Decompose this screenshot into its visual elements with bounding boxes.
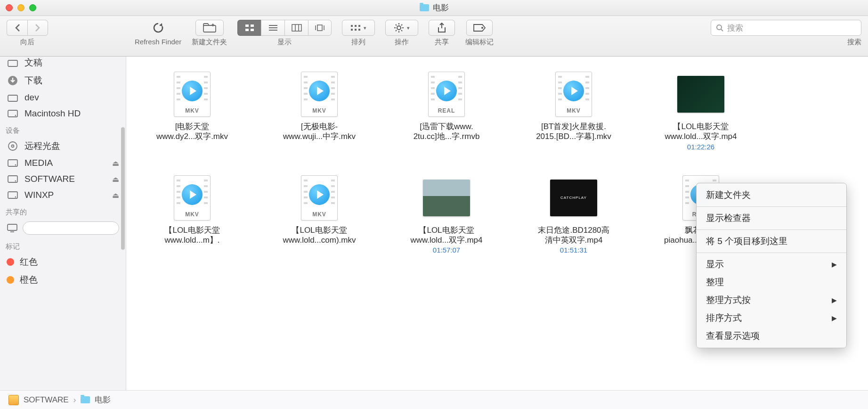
svg-rect-17 [351,29,353,31]
tag-dot-icon [7,276,14,284]
file-item[interactable]: 【LOL电影天堂www.lold...双字.mp401:57:07 [399,174,494,254]
path-drive[interactable]: SOFTWARE [24,395,69,405]
svg-point-40 [15,164,16,166]
file-item[interactable]: MKV[电影天堂www.dy2...双字.mkv [145,71,239,151]
sidebar-item-label: MEDIA [24,158,53,168]
file-item[interactable]: REAL[迅雷下载www.2tu.cc]地...字.rmvb [399,71,494,151]
view-list-button[interactable] [261,20,284,36]
svg-point-29 [481,27,483,29]
svg-rect-39 [8,160,17,166]
svg-rect-1 [245,25,249,27]
context-menu-separator [697,229,846,230]
svg-line-31 [721,29,723,31]
sidebar-item[interactable]: 下载 [0,72,126,90]
file-name: 【LOL电影天堂www.lold...双字.mp4 [665,122,737,142]
arrange-button[interactable]: ▾ [342,20,375,36]
file-item[interactable]: MKV【LOL电影天堂www.lold...m】. [145,174,239,254]
toolbar: 向后 Refresh Finder 新建文件夹 显示 [0,16,868,57]
path-separator: › [73,395,76,405]
sidebar-item-label: 橙色 [20,274,38,286]
eject-icon[interactable]: ⏏ [112,175,119,184]
svg-rect-43 [8,192,17,198]
file-item[interactable]: CATCHPLAY末日危途.BD1280高清中英双字.mp401:51:31 [527,174,621,254]
context-menu-item[interactable]: 查看显示选项 [697,327,846,345]
sidebar-shared-item[interactable] [0,219,126,237]
view-columns-button[interactable] [284,20,308,36]
new-folder-button[interactable] [195,20,224,36]
svg-point-37 [8,142,17,150]
context-menu-item[interactable]: 将 5 个项目移到这里 [697,232,846,250]
svg-point-44 [15,196,16,198]
context-menu-item[interactable]: 整理方式按▶ [697,291,846,309]
sidebar-item-label: 下载 [24,74,42,87]
file-thumbnail: CATCHPLAY [550,174,597,221]
file-item[interactable]: MKV[无极电影-www.wuji...中字.mkv [272,71,366,151]
chevron-right-icon: ▶ [832,261,837,268]
zoom-window-button[interactable] [29,4,36,11]
share-button[interactable] [429,20,455,36]
content-area[interactable]: MKV[电影天堂www.dy2...双字.mkvMKV[无极电影-www.wuj… [126,57,868,390]
sidebar-device[interactable]: 远程光盘 [0,137,126,155]
file-item[interactable]: MKV[BT首发]火星救援.2015.[BD...字幕].mkv [527,71,621,151]
context-menu-label: 整理方式按 [706,294,751,306]
view-group: 显示 [237,20,332,47]
context-menu-item[interactable]: 显示检查器 [697,209,846,227]
window-title: 电影 [420,2,449,13]
view-label: 显示 [277,38,292,47]
search-label: 搜索 [847,38,861,47]
eject-icon[interactable]: ⏏ [112,191,119,200]
view-coverflow-button[interactable] [308,20,332,36]
hdd-icon [7,174,19,184]
svg-rect-0 [203,25,216,32]
back-button[interactable] [7,20,27,36]
sidebar-devices-header: 设备 [0,122,126,137]
sidebar-item-label: Macintosh HD [24,108,81,119]
forward-button[interactable] [27,20,48,36]
context-menu-item[interactable]: 新建文件夹 [697,186,846,204]
refresh-button[interactable] [145,20,171,36]
path-bar: SOFTWARE › 电影 [0,390,868,409]
edit-tags-button[interactable] [466,20,493,36]
shared-name-field[interactable] [23,221,119,235]
view-icons-button[interactable] [237,20,261,36]
sidebar-item[interactable]: 文稿 [0,57,126,72]
svg-point-38 [12,145,14,147]
context-menu-item[interactable]: 显示▶ [697,255,846,273]
sidebar-device[interactable]: SOFTWARE⏏ [0,171,126,187]
file-thumbnail: MKV [169,71,216,118]
sidebar-item[interactable]: dev [0,90,126,106]
nav-label: 向后 [20,38,34,47]
context-menu-item[interactable]: 排序方式▶ [697,309,846,327]
file-name: [迅雷下载www.2tu.cc]地...字.rmvb [414,122,480,142]
sidebar-tag[interactable]: 橙色 [0,271,126,289]
sidebar-device[interactable]: WINXP⏏ [0,187,126,203]
sidebar-device[interactable]: MEDIA⏏ [0,155,126,171]
action-button[interactable]: ▾ [385,20,418,36]
svg-point-20 [397,26,401,30]
sidebar-item-label: WINXP [24,190,54,200]
action-label: 操作 [395,38,409,47]
sidebar-scrollbar[interactable] [120,57,125,390]
svg-rect-14 [351,25,353,27]
file-item[interactable]: MKV【LOL电影天堂www.lold...com).mkv [272,174,366,254]
file-name: 【LOL电影天堂www.lold...双字.mp4 [410,225,482,245]
close-window-button[interactable] [6,4,13,11]
path-folder[interactable]: 电影 [95,394,111,405]
search-input[interactable]: 搜索 [711,20,861,36]
newfolder-group: 新建文件夹 [192,20,227,47]
minimize-window-button[interactable] [17,4,24,11]
refresh-group: Refresh Finder [135,20,181,46]
display-icon [7,223,18,233]
disc-icon [7,141,19,151]
sidebar-item-label: 远程光盘 [24,140,60,152]
eject-icon[interactable]: ⏏ [112,159,119,168]
sidebar-item[interactable]: Macintosh HD [0,106,126,122]
context-menu-label: 新建文件夹 [706,189,751,201]
chevron-right-icon: ▶ [832,314,837,322]
file-thumbnail: MKV [296,174,343,221]
file-item[interactable]: 【LOL电影天堂www.lold...双字.mp401:22:26 [654,71,748,151]
search-placeholder: 搜索 [727,23,743,33]
context-menu-item[interactable]: 整理 [697,273,846,291]
sidebar-tag[interactable]: 红色 [0,253,126,271]
body: 文稿下载devMacintosh HD 设备 远程光盘MEDIA⏏SOFTWAR… [0,57,868,390]
